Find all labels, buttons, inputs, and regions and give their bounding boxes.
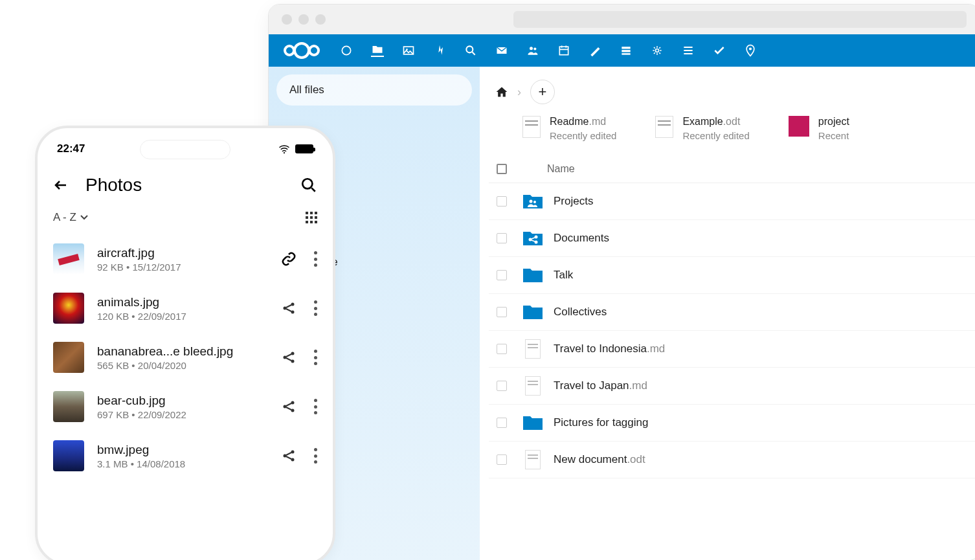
list-item[interactable]: animals.jpg120 KB • 22/09/2017 [50, 284, 320, 333]
recent-item[interactable]: Readme.mdRecently edited [522, 116, 616, 141]
row-checkbox[interactable] [497, 418, 507, 428]
list-item[interactable]: bmw.jpeg3.1 MB • 14/08/2018 [50, 431, 320, 480]
back-icon[interactable] [53, 177, 69, 193]
share-icon[interactable] [281, 399, 297, 414]
svg-point-14 [656, 49, 659, 52]
file-list: aircraft.jpg92 KB • 15/12/2017animals.jp… [38, 234, 333, 480]
file-thumbnail [53, 440, 84, 471]
share-icon[interactable] [281, 350, 297, 365]
notes-icon[interactable] [588, 44, 601, 57]
share-icon[interactable] [281, 300, 297, 316]
table-row[interactable]: New document.odt [489, 442, 975, 478]
folder-icon [522, 229, 543, 247]
search-icon[interactable] [464, 44, 477, 57]
url-bar[interactable] [513, 11, 967, 28]
table-row[interactable]: Collectives [489, 294, 975, 331]
add-button[interactable]: + [530, 80, 555, 104]
list-icon[interactable] [682, 44, 695, 57]
file-meta: 120 KB • 22/09/2017 [97, 311, 268, 322]
recent-file-sub: Recently edited [550, 130, 616, 141]
more-icon[interactable] [313, 350, 317, 365]
recent-item[interactable]: Example.odtRecently edited [655, 116, 749, 141]
sidebar-item-all-files[interactable]: All files [276, 74, 472, 106]
contacts-icon[interactable] [526, 44, 539, 57]
activity-icon[interactable] [433, 44, 446, 57]
more-icon[interactable] [313, 300, 317, 316]
row-checkbox[interactable] [497, 307, 507, 317]
list-item[interactable]: aircraft.jpg92 KB • 15/12/2017 [50, 234, 320, 284]
file-meta: 697 KB • 22/09/2022 [97, 409, 268, 420]
recent-item[interactable]: projectRecent [789, 116, 849, 141]
svg-point-2 [309, 46, 319, 55]
row-checkbox[interactable] [497, 233, 507, 243]
table-row[interactable]: Travel to Indonesia.md [489, 331, 975, 368]
folder-icon [522, 414, 543, 432]
grid-view-icon[interactable] [306, 212, 317, 223]
home-icon[interactable] [495, 85, 508, 98]
photos-icon[interactable] [402, 44, 415, 57]
svg-point-8 [530, 47, 533, 50]
nextcloud-logo[interactable] [282, 40, 322, 61]
maps-icon[interactable] [744, 44, 757, 57]
tasks-icon[interactable] [713, 44, 726, 57]
row-name: Documents [554, 232, 609, 245]
svg-point-9 [533, 47, 536, 50]
column-name[interactable]: Name [547, 163, 575, 175]
deck-icon[interactable] [620, 44, 633, 57]
recent-file-name: project [818, 116, 849, 128]
file-meta: 92 KB • 15/12/2017 [97, 262, 268, 273]
svg-point-16 [530, 200, 533, 203]
table-row[interactable]: Travel to Japan.md [489, 368, 975, 405]
select-all-checkbox[interactable] [497, 164, 507, 174]
nextcloud-topbar [269, 34, 975, 67]
svg-point-19 [535, 236, 538, 239]
svg-rect-12 [622, 50, 630, 52]
row-checkbox[interactable] [497, 344, 507, 354]
mail-icon[interactable] [495, 44, 508, 57]
file-name: bmw.jpeg [97, 443, 268, 457]
list-item[interactable]: bear-cub.jpg697 KB • 22/09/2022 [50, 382, 320, 431]
breadcrumb: › + [489, 80, 975, 104]
more-icon[interactable] [313, 251, 317, 267]
row-checkbox[interactable] [497, 454, 507, 465]
calendar-icon[interactable] [557, 44, 570, 57]
file-meta: 3.1 MB • 14/08/2018 [97, 458, 268, 469]
more-icon[interactable] [313, 399, 317, 414]
share-icon[interactable] [281, 448, 297, 464]
svg-rect-13 [622, 53, 630, 55]
file-thumb-icon [522, 116, 541, 138]
row-checkbox[interactable] [497, 196, 507, 207]
table-row[interactable]: Talk [489, 257, 975, 294]
file-thumbnail [53, 391, 84, 422]
files-icon[interactable] [371, 44, 384, 57]
file-name: aircraft.jpg [97, 246, 268, 260]
row-checkbox[interactable] [497, 381, 507, 391]
link-icon[interactable] [281, 251, 297, 267]
apps-icon[interactable] [651, 44, 664, 57]
recent-file-name: Readme.md [550, 116, 616, 128]
row-name: Travel to Indonesia.md [554, 342, 665, 355]
window-dot [315, 14, 326, 25]
dashboard-icon[interactable] [340, 44, 353, 57]
wifi-icon [278, 144, 290, 153]
more-icon[interactable] [313, 448, 317, 464]
svg-rect-23 [306, 212, 308, 214]
svg-point-15 [749, 47, 752, 50]
file-icon [522, 451, 543, 469]
page-title: Photos [85, 175, 142, 196]
svg-rect-30 [310, 221, 313, 223]
table-row[interactable]: Documents [489, 220, 975, 257]
list-item[interactable]: bananabrea...e bleed.jpg565 KB • 20/04/2… [50, 333, 320, 382]
row-checkbox[interactable] [497, 270, 507, 280]
svg-rect-27 [310, 216, 313, 219]
battery-icon [295, 144, 313, 153]
sort-dropdown[interactable]: A - Z [53, 211, 88, 224]
table-row[interactable]: Projects [489, 183, 975, 220]
sort-bar: A - Z [38, 203, 333, 234]
svg-point-21 [284, 152, 285, 153]
app-header: Photos [38, 162, 333, 203]
table-row[interactable]: Pictures for tagging [489, 405, 975, 442]
search-icon[interactable] [300, 177, 317, 194]
row-name: Projects [554, 195, 593, 208]
chevron-down-icon [80, 215, 88, 220]
